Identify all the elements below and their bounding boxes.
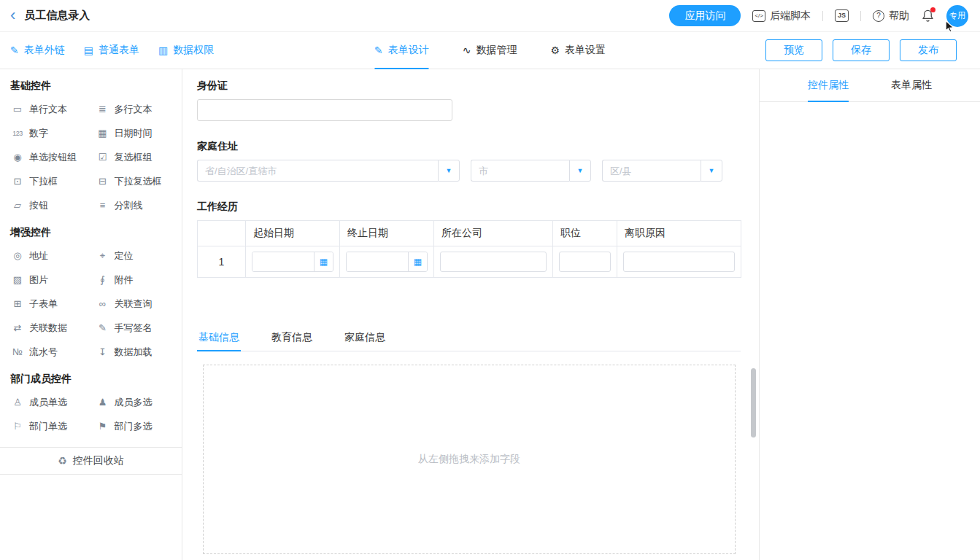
help-button[interactable]: ? 帮助: [873, 9, 909, 23]
divider: [860, 11, 861, 21]
back-button[interactable]: ‹: [10, 7, 15, 23]
field-work-experience[interactable]: 工作经历 起始日期 终止日期 所在公司 职位 离职原因: [197, 201, 759, 278]
province-select[interactable]: ▼: [197, 160, 460, 182]
calendar-icon[interactable]: ▦: [408, 252, 427, 271]
save-button[interactable]: 保存: [833, 39, 890, 61]
province-input[interactable]: [197, 160, 438, 182]
start-date-input[interactable]: [252, 252, 314, 271]
form-toolbar: ✎ 表单外链 ▤ 普通表单 ▥ 数据权限 ✎ 表单设计 ∿ 数据管理 ⚙: [0, 32, 980, 69]
tab-education-info[interactable]: 教育信息: [270, 324, 314, 351]
field-address[interactable]: 家庭住址 ▼ ▼ ▼: [197, 140, 759, 182]
end-date-field[interactable]: ▦: [346, 252, 428, 272]
province-dropdown-button[interactable]: ▼: [438, 160, 460, 182]
address-pin-icon: ◎: [12, 250, 23, 261]
sidebar-item-checkbox-group[interactable]: ☑复选框组: [91, 145, 177, 169]
end-date-input[interactable]: [347, 252, 408, 271]
notifications-button[interactable]: [921, 9, 935, 23]
item-label: 单行文本: [29, 103, 67, 116]
city-input[interactable]: [471, 160, 569, 182]
form-external-link-button[interactable]: ✎ 表单外链: [10, 44, 65, 57]
app-header: ‹ 员工信息录入 应用访问 </> 后端脚本 JS ? 帮助 专用: [0, 0, 980, 32]
app-access-button[interactable]: 应用访问: [669, 5, 741, 26]
sidebar-item-address[interactable]: ◎地址: [6, 244, 91, 268]
sidebar-item-member-single[interactable]: ♙成员单选: [6, 390, 91, 414]
sidebar-item-signature[interactable]: ✎手写签名: [91, 316, 177, 340]
checkbox-icon: ☑: [97, 152, 109, 163]
item-label: 关联查询: [115, 298, 153, 311]
control-palette: 基础控件 ▭单行文本 ≣多行文本 123数字 ▦日期时间 ◉单选按钮组 ☑复选框…: [0, 69, 182, 560]
sidebar-item-divider[interactable]: ≡分割线: [91, 193, 177, 217]
sidebar-item-linked-data[interactable]: ⇄关联数据: [6, 316, 91, 340]
text-single-icon: ▭: [12, 104, 23, 114]
item-label: 成员单选: [29, 396, 67, 409]
id-card-input[interactable]: [197, 99, 452, 121]
district-dropdown-button[interactable]: ▼: [701, 160, 722, 182]
sidebar-item-dept-multi[interactable]: ⚑部门多选: [91, 414, 177, 438]
tab-form-design[interactable]: ✎ 表单设计: [374, 32, 429, 69]
scrollbar[interactable]: [751, 368, 756, 438]
sidebar-item-number[interactable]: 123数字: [6, 121, 91, 145]
control-recycle-bin[interactable]: ♻ 控件回收站: [0, 447, 182, 475]
form-canvas: 身份证 家庭住址 ▼ ▼ ▼: [182, 69, 759, 560]
item-label: 数据加载: [115, 346, 153, 359]
sidebar-item-location[interactable]: ⌖定位: [91, 244, 177, 268]
preview-button[interactable]: 预览: [765, 39, 822, 61]
start-date-field[interactable]: ▦: [252, 252, 333, 272]
sidebar-item-image[interactable]: ▨图片: [6, 268, 91, 292]
toolbar-links: ✎ 表单外链 ▤ 普通表单 ▥ 数据权限: [10, 44, 214, 57]
item-label: 子表单: [29, 298, 58, 311]
position-input[interactable]: [559, 252, 611, 272]
palette-section-title: 增强控件: [10, 226, 182, 239]
sidebar-item-serial-number[interactable]: №流水号: [6, 340, 91, 364]
sidebar-item-single-text[interactable]: ▭单行文本: [6, 97, 91, 121]
sidebar-item-dept-single[interactable]: ⚐部门单选: [6, 414, 91, 438]
script-icon[interactable]: JS: [835, 9, 849, 22]
sidebar-item-multi-text[interactable]: ≣多行文本: [91, 97, 177, 121]
sidebar-item-attachment[interactable]: ∮附件: [91, 268, 177, 292]
data-permission-button[interactable]: ▥ 数据权限: [158, 44, 214, 57]
sidebar-item-datetime[interactable]: ▦日期时间: [91, 121, 177, 145]
palette-grid: ♙成员单选 ♟成员多选 ⚐部门单选 ⚑部门多选: [0, 390, 182, 438]
app-window: ‹ 员工信息录入 应用访问 </> 后端脚本 JS ? 帮助 专用: [0, 0, 980, 560]
field-id-card[interactable]: 身份证: [197, 79, 759, 121]
tab-form-properties[interactable]: 表单属性: [891, 69, 932, 101]
sidebar-item-data-load[interactable]: ↧数据加载: [91, 340, 177, 364]
help-label: 帮助: [889, 9, 909, 23]
city-select[interactable]: ▼: [471, 160, 591, 182]
notification-dot: [930, 7, 935, 12]
recycle-icon: ♻: [58, 455, 67, 467]
tab-form-settings[interactable]: ⚙ 表单设置: [550, 32, 606, 69]
city-dropdown-button[interactable]: ▼: [569, 160, 591, 182]
form-section-tabs: 基础信息 教育信息 家庭信息: [197, 324, 741, 351]
avatar[interactable]: 专用: [946, 5, 968, 27]
sidebar-item-linked-query[interactable]: ∞关联查询: [91, 292, 177, 316]
sidebar-item-member-multi[interactable]: ♟成员多选: [91, 390, 177, 414]
district-select[interactable]: ▼: [602, 160, 722, 182]
work-experience-table: 起始日期 终止日期 所在公司 职位 离职原因 1: [197, 220, 741, 278]
backend-script-button[interactable]: </> 后端脚本: [752, 9, 811, 23]
tab-basic-info[interactable]: 基础信息: [197, 324, 241, 351]
publish-button[interactable]: 发布: [900, 39, 957, 61]
sidebar-item-multi-select[interactable]: ⊟下拉复选框: [91, 169, 177, 193]
normal-form-button[interactable]: ▤ 普通表单: [84, 44, 139, 57]
reason-input[interactable]: [623, 252, 735, 272]
sidebar-item-button[interactable]: ▱按钮: [6, 193, 91, 217]
link-label: 表单外链: [24, 44, 65, 57]
item-label: 手写签名: [115, 322, 153, 335]
attachment-icon: ∮: [97, 274, 109, 285]
tab-data-management[interactable]: ∿ 数据管理: [463, 32, 517, 69]
company-input[interactable]: [440, 252, 547, 272]
data-load-icon: ↧: [97, 346, 109, 357]
tab-family-info[interactable]: 家庭信息: [343, 324, 387, 351]
code-icon: </>: [752, 10, 765, 22]
sidebar-item-subform[interactable]: ⊞子表单: [6, 292, 91, 316]
sidebar-item-select[interactable]: ⊡下拉框: [6, 169, 91, 193]
serial-icon: №: [12, 346, 23, 357]
calendar-icon[interactable]: ▦: [314, 252, 333, 271]
sidebar-item-radio-group[interactable]: ◉单选按钮组: [6, 145, 91, 169]
district-input[interactable]: [602, 160, 701, 182]
dropzone[interactable]: 从左侧拖拽来添加字段: [203, 365, 736, 554]
palette-grid: ◎地址 ⌖定位 ▨图片 ∮附件 ⊞子表单 ∞关联查询 ⇄关联数据 ✎手写签名 №…: [0, 244, 182, 364]
tab-control-properties[interactable]: 控件属性: [808, 69, 849, 101]
item-label: 成员多选: [115, 396, 153, 409]
